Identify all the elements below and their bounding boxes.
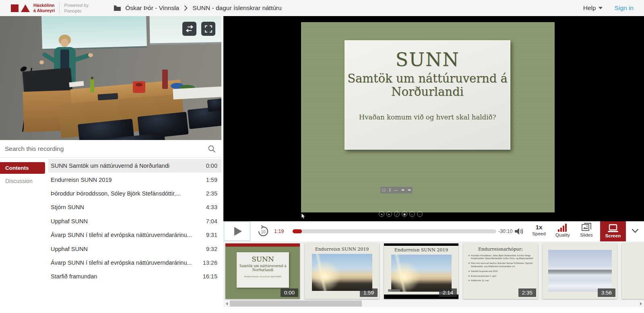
speed-button[interactable]: 1x Speed: [528, 223, 549, 236]
contents-item-time: 9:31: [206, 232, 217, 238]
search-input[interactable]: [0, 140, 221, 157]
fullscreen-icon: [205, 25, 212, 33]
thumb-slide-tagline: Hvaðan komum við og hvert skal haldið?: [237, 276, 289, 278]
quality-button[interactable]: Quality: [551, 223, 574, 237]
prev-slide-icon: [379, 211, 384, 217]
contents-item[interactable]: Upphaf SUNN 9:32: [48, 242, 221, 255]
slideshow-icon: [402, 211, 407, 217]
thumb-bullet: Endurreisnarfundur 2. apríl: [468, 275, 534, 278]
contents-item[interactable]: Upphaf SUNN 7:04: [48, 214, 221, 228]
slide-subtitle: Samtök um náttúruvernd á Norðurlandi: [345, 72, 510, 99]
filmstrip-scrollbar[interactable]: [223, 300, 644, 307]
university-logo[interactable]: Háskólinn á Akureyri: [11, 3, 55, 13]
slide-thumbnail[interactable]: Endurreisn SUNN 2019 1:59: [305, 243, 379, 299]
contents-item[interactable]: Ávarp SUNN í tilefni af evrópska náttúru…: [48, 228, 221, 242]
contents-item-title: Upphaf SUNN: [51, 218, 202, 224]
selected-indicator: [225, 243, 300, 247]
scrollbar-thumb[interactable]: [230, 301, 362, 307]
podium-paper: [69, 81, 84, 87]
secondary-video[interactable]: [0, 16, 221, 140]
breadcrumb-folder-link[interactable]: Óskar Þór - Vinnsla: [125, 4, 179, 12]
search-icon[interactable]: [208, 145, 216, 154]
slide-title: SUNN: [345, 49, 510, 70]
rewind-10-icon: 10: [257, 225, 269, 237]
scroll-left-arrow[interactable]: [223, 300, 230, 307]
slides-label: Slides: [576, 233, 597, 237]
help-menu[interactable]: Help: [583, 4, 603, 12]
progress-bar[interactable]: [293, 229, 496, 233]
thumb-slide-title: Endurreisnarhópur;: [463, 247, 538, 252]
logo-square-mark: [11, 4, 19, 12]
sign-in-link[interactable]: Sign in: [615, 4, 634, 12]
player-controls: 10 1:19 -30:10 1x Speed: [223, 221, 644, 241]
swap-streams-button[interactable]: [182, 22, 196, 36]
panopto-viewer: Háskólinn á Akureyri Powered by Panopto …: [0, 0, 644, 313]
contents-item[interactable]: Starfið framundan 16:15: [48, 270, 221, 283]
contents-item-title: Ávarp SUNN í tilefni af evrópska náttúru…: [51, 232, 202, 238]
play-icon: [234, 227, 242, 236]
scroll-right-arrow[interactable]: [638, 300, 644, 307]
breadcrumb-separator-icon: [184, 5, 188, 11]
projector-icon: [382, 189, 386, 192]
search-row: [0, 140, 221, 158]
contents-item[interactable]: Ávarp SUNN í tilefni af evrópska náttúru…: [48, 256, 221, 270]
thumb-slide-title: Endurreisn SUNN 2019: [305, 247, 379, 252]
fullscreen-button[interactable]: [201, 22, 215, 36]
thumbnail-timestamp: 2:35: [518, 288, 536, 297]
contents-area: Contents Discussion SUNN Samtök um náttú…: [0, 158, 221, 313]
breadcrumb-current: SUNN - dagur íslenskrar náttúru: [192, 4, 281, 12]
contents-item-title: Þóroddur Þóroddsson, Sóley Björk Stefáns…: [51, 190, 202, 197]
contents-item[interactable]: Endurreisn SUNN 2019 1:59: [48, 173, 221, 186]
presenter-hand-left: [39, 60, 44, 64]
contents-item-title: Starfið framundan: [51, 273, 199, 280]
contents-item-title: Stjórn SUNN: [51, 204, 202, 210]
folder-icon: [114, 5, 121, 11]
slide-thumbnail[interactable]: Endurreisnarhópur; Þóroddur Þóroddsson, …: [463, 243, 538, 299]
tab-contents[interactable]: Contents: [0, 162, 45, 174]
contents-item-time: 7:04: [206, 218, 217, 224]
sunset-photo: [312, 254, 372, 291]
contents-item-time: 4:33: [206, 204, 217, 210]
progress-fill: [293, 229, 302, 233]
help-label: Help: [583, 4, 596, 12]
slide-thumbnail[interactable]: 3:56: [543, 243, 617, 299]
thumbnail-timestamp: 1:59: [360, 288, 378, 297]
rewind-10-button[interactable]: 10: [257, 225, 269, 239]
powered-by-panopto: Powered by Panopto: [64, 2, 89, 14]
main-video[interactable]: SUNN Samtök um náttúruvernd á Norðurland…: [223, 16, 644, 221]
presenter-hand-right: [88, 53, 93, 57]
slides-button[interactable]: Slides: [576, 223, 597, 237]
thumb-bullet: Aðalfundur 11. maí: [468, 279, 534, 282]
contents-item-time: 16:15: [203, 273, 217, 280]
contents-item-time: 2:35: [206, 190, 217, 197]
svg-text:10: 10: [261, 230, 266, 234]
tab-discussion[interactable]: Discussion: [0, 178, 48, 184]
caret-down-icon: [599, 7, 603, 9]
contents-item-time: 1:59: [206, 177, 217, 183]
slide-thumbnail-partial[interactable]: [622, 243, 644, 299]
contents-item[interactable]: Stjórn SUNN 4:33: [48, 200, 221, 214]
screen-button[interactable]: Screen: [600, 221, 626, 241]
chevron-down-icon: [632, 229, 639, 233]
presenter-face: [61, 39, 68, 47]
play-button[interactable]: [224, 222, 250, 241]
letterbox-bar: [384, 243, 458, 246]
contents-item-title: SUNN Samtök um náttúruvernd á Norðurland…: [51, 163, 202, 169]
water-bottle: [90, 79, 94, 93]
slide-thumbnail-selected[interactable]: SUNN Samtök um náttúruvernd á Norðurland…: [225, 243, 300, 299]
slide-filmstrip: SUNN Samtök um náttúruvernd á Norðurland…: [223, 241, 644, 300]
rollup-banner: [162, 70, 168, 89]
next-slide-icon: [386, 211, 392, 217]
current-time: 1:19: [274, 221, 284, 241]
winter-landscape-photo: [548, 250, 612, 292]
presentation-slide: SUNN Samtök um náttúruvernd á Norðurland…: [301, 22, 555, 212]
thumbnail-slide-card: SUNN Samtök um náttúruvernd á Norðurland…: [237, 252, 289, 288]
contents-item[interactable]: SUNN Samtök um náttúruvernd á Norðurland…: [48, 159, 221, 173]
annotate-icon: [394, 211, 400, 217]
volume-button[interactable]: [514, 227, 524, 238]
more-streams-chevron[interactable]: [632, 228, 639, 235]
contents-item[interactable]: Þóroddur Þóroddsson, Sóley Björk Stefáns…: [48, 187, 221, 200]
ellipsis-icon: [417, 211, 423, 217]
powerpoint-mini-toolbar: [380, 187, 413, 194]
slide-thumbnail[interactable]: Endurreisn SUNN 2019 2:14: [384, 243, 458, 299]
